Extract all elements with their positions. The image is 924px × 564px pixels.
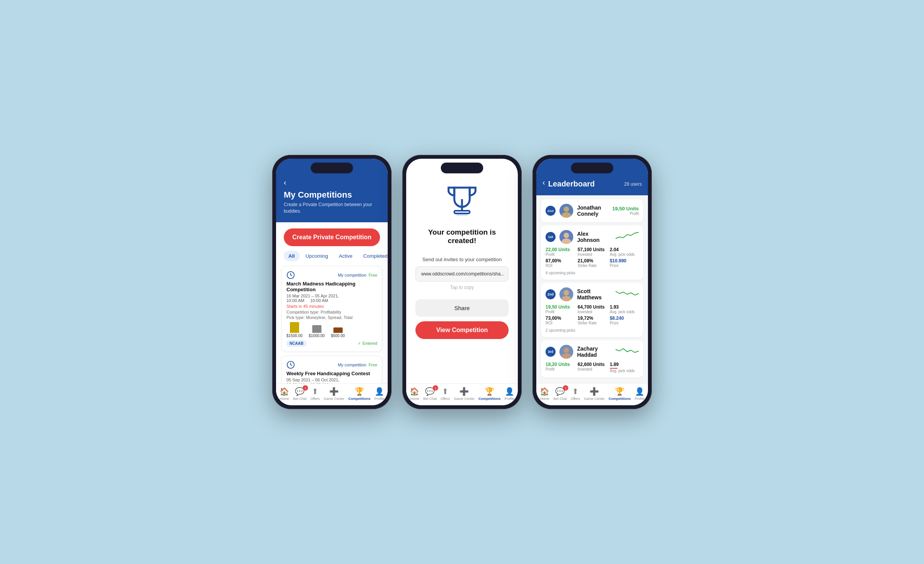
comp-starts-1: Starts in 45 minutes [286,304,377,309]
name-jonathan: Jonathan Connely [577,205,608,217]
tab-active[interactable]: Active [334,251,357,261]
nav-gamecenter-2[interactable]: ➕ Game Center [454,387,475,401]
nav-home-1[interactable]: 🏠 Home [280,387,289,401]
nav-betchat-2[interactable]: 💬 1 Bet Chat [423,387,437,401]
betchat-badge: 1 [303,385,308,391]
nav-competitions-label-2: Competitions [479,397,501,401]
name-alex: Alex Johnson [577,231,612,243]
nav-profile-label-3: Profile [634,397,644,401]
stat-invested-alex: 57,100 Units Invested [578,247,606,257]
back-button[interactable]: ‹ [284,178,380,187]
view-competition-button[interactable]: View Competition [415,321,509,339]
betchat-badge-2: 1 [433,385,438,391]
profile-icon-2: 👤 [505,387,514,396]
tab-completed[interactable]: Completed [359,251,388,261]
svg-point-6 [564,233,569,238]
svg-rect-3 [456,213,468,216]
nav-offers-1[interactable]: ⬆ Offers [310,387,320,401]
name-zachary: Zachary Haddad [577,346,612,358]
phone2-content: Your competition is created! Send out in… [406,159,518,383]
gamecenter-icon-3: ➕ [589,387,599,396]
tab-upcoming[interactable]: Upcoming [301,251,333,261]
svg-rect-2 [454,211,470,213]
stat-profit-alex: 22,00 Units Profit [546,247,574,257]
offers-icon-3: ⬆ [572,387,579,396]
lb-stats-scott: 19,50 Units Profit 64,700 Units Invested… [546,304,639,332]
lb-card-alex[interactable]: 1st Alex Johnson [541,225,643,280]
nav-competitions-1[interactable]: 🏆 Competitions [348,387,371,401]
svg-point-11 [562,353,571,359]
competitions-list: My competition Free March Madness Hadica… [276,261,388,383]
nav-gamecenter-1[interactable]: ➕ Game Center [324,387,345,401]
competition-card-1[interactable]: My competition Free March Madness Hadica… [281,266,382,352]
comp-times-1: 10:00 AM 10:00 AM [286,298,377,303]
upcoming-scott: 2 upcoming picks [546,328,639,332]
share-button[interactable]: Share [415,299,509,317]
profile-icon-3: 👤 [635,387,644,396]
nav-offers-2[interactable]: ⬆ Offers [440,387,450,401]
stat-profit-scott: 19,50 Units Profit [546,304,574,314]
phones-container: ‹ My Competitions Create a Private Compe… [272,155,652,409]
lb-card-jonathan[interactable]: 21st Jonathan Connely 19,50 Units Profit [541,199,643,222]
phone-competition-created: Your competition is created! Send out in… [402,155,522,409]
nav-offers-3[interactable]: ⬆ Offers [571,387,580,401]
upcoming-alex: 4 upcoming picks [546,271,639,275]
name-scott: Scott Matthews [577,288,612,300]
nav-betchat-3[interactable]: 💬 1 Bet Chat [553,387,567,401]
stat-invested-zachary: 62,600 Units Invested [578,362,606,373]
nav-profile-label-2: Profile [504,397,514,401]
competitions-icon-2: 🏆 [485,387,494,396]
comp-title-1: March Madness Hadicapping Competition [286,281,377,292]
nav-offers-label: Offers [310,397,320,401]
home-icon: 🏠 [280,387,289,396]
home-icon-2: 🏠 [410,387,419,396]
leaderboard-list: 21st Jonathan Connely 19,50 Units Profit [536,195,648,383]
notch [311,163,353,173]
lb-card-scott[interactable]: 2nd Scott Matthews [541,283,643,337]
tab-all[interactable]: All [284,251,300,261]
nav-competitions-label: Competitions [348,397,371,401]
avatar-jonathan [559,204,573,218]
sparkline-alex [616,231,639,242]
profit-label-jonathan: Profit [612,212,639,216]
create-competition-button[interactable]: Create Private Competition [284,228,380,246]
stat-strike-alex: 21,08% Strike Rate [578,258,606,268]
competitions-icon: 🏆 [355,387,364,396]
profile-icon: 👤 [375,387,384,396]
nav-gamecenter-3[interactable]: ➕ Game Center [584,387,605,401]
nav-profile-3[interactable]: 👤 Profile [634,387,644,401]
competition-icon [286,271,295,279]
sparkline-scott [616,288,639,299]
stat-odds-alex: 2.04 Avg. pick odds [610,247,639,257]
badge-mine: My competition [338,273,366,277]
prize-2nd: $1000.00 [309,325,325,338]
users-count: 28 users [624,181,642,187]
nav-profile-2[interactable]: 👤 Profile [504,387,514,401]
gamecenter-icon: ➕ [329,387,339,396]
stat-strike-scott: 19,72% Strike Rate [578,316,606,325]
back-button-3[interactable]: ‹ [542,178,545,187]
nav-betchat-1[interactable]: 💬 1 Bet Chat [293,387,306,401]
nav-home-2[interactable]: 🏠 Home [410,387,419,401]
invite-url-box[interactable]: www.oddscrowd.com/competitions/sha... [415,266,509,282]
phone-leaderboard: ‹ Leaderboard 28 users 21st Jonathan Con… [532,155,652,409]
nav-home-3[interactable]: 🏠 Home [540,387,549,401]
svg-point-10 [564,347,569,353]
sparkline-zachary [616,346,639,356]
lb-card-zachary[interactable]: 3rd Zachary Haddad [541,340,643,378]
competition-icon-2 [286,361,295,369]
leaderboard-title: Leaderboard [548,180,595,188]
page-title: My Competitions [284,190,380,200]
prize-1st: $1500.00 [286,322,303,338]
nav-competitions-3[interactable]: 🏆 Competitions [609,387,631,401]
profit-jonathan: 19,50 Units Profit [612,206,639,216]
nav-home-label-2: Home [410,397,419,401]
created-title: Your competition is created! [415,228,509,245]
competition-card-2[interactable]: My competition Free Weekly Free Handicap… [281,356,382,383]
comp-dates-2: 05 Sep 2021 – 06 Oct 2021, [286,378,377,382]
rank-21: 21st [546,206,556,216]
nav-profile-1[interactable]: 👤 Profile [374,387,384,401]
nav-competitions-2[interactable]: 🏆 Competitions [479,387,501,401]
lb-stats-zachary: 18,20 Units Profit 62,600 Units Invested… [546,362,639,373]
stat-odds-zachary: 1.89 Avg. pick odds [610,362,639,373]
